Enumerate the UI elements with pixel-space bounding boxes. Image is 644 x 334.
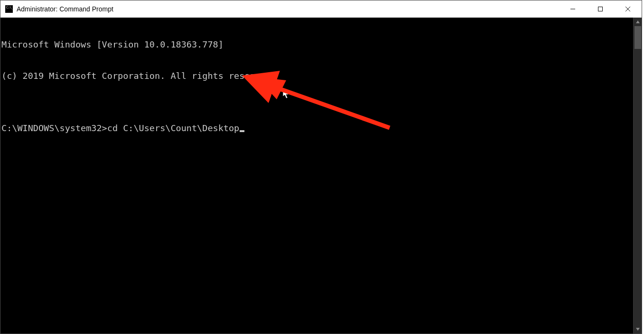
prompt-line: C:\WINDOWS\system32>cd C:\Users\Count\De… (1, 123, 633, 134)
minimize-button[interactable] (559, 0, 587, 18)
vertical-scrollbar[interactable] (633, 18, 642, 334)
cmd-icon (5, 5, 13, 13)
copyright-line: (c) 2019 Microsoft Corporation. All righ… (1, 71, 633, 81)
svg-marker-9 (636, 328, 640, 331)
window-controls (559, 0, 642, 18)
close-icon (625, 6, 631, 12)
title-bar[interactable]: Administrator: Command Prompt (0, 0, 642, 18)
annotation-arrow (0, 18, 633, 334)
chevron-up-icon (636, 20, 640, 24)
prompt-path: C:\WINDOWS\system32> (1, 123, 107, 134)
scroll-down-button[interactable] (634, 325, 642, 334)
close-button[interactable] (614, 0, 642, 18)
chevron-down-icon (636, 327, 640, 331)
svg-marker-8 (636, 20, 640, 23)
minimize-icon (570, 6, 576, 12)
svg-marker-4 (283, 89, 289, 98)
client-area: Microsoft Windows [Version 10.0.18363.77… (0, 18, 642, 334)
maximize-icon (597, 6, 603, 12)
text-cursor (240, 130, 244, 132)
maximize-button[interactable] (587, 0, 614, 18)
svg-rect-1 (598, 7, 603, 11)
svg-line-6 (266, 84, 390, 128)
typed-command: cd C:\Users\Count\Desktop (107, 123, 239, 134)
command-prompt-window: Administrator: Command Prompt Microsoft … (0, 0, 642, 334)
terminal-output[interactable]: Microsoft Windows [Version 10.0.18363.77… (0, 18, 633, 334)
scroll-up-button[interactable] (634, 18, 642, 26)
version-line: Microsoft Windows [Version 10.0.18363.77… (1, 39, 633, 50)
window-title: Administrator: Command Prompt (17, 5, 113, 13)
mouse-pointer-icon (241, 78, 290, 112)
scroll-thumb[interactable] (635, 26, 641, 49)
